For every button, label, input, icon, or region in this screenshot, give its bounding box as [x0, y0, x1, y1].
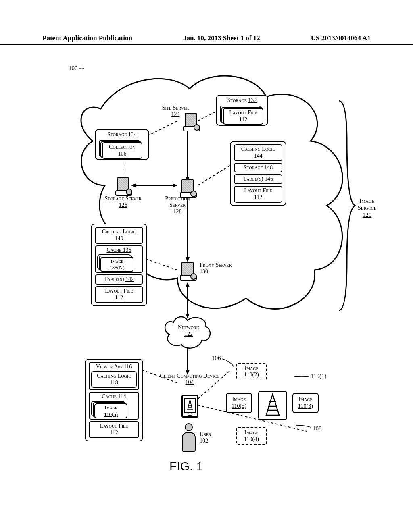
figure-1: 100 ⤑	[56, 60, 359, 504]
svg-line-18	[198, 163, 234, 185]
proxy-server-data: Caching Logic140 Cache 136 Image138(N) T…	[91, 224, 147, 306]
image-viewport	[258, 391, 287, 420]
svg-marker-5	[173, 183, 177, 187]
user-icon	[181, 423, 196, 451]
network-label: Network122	[173, 324, 204, 337]
client-device-data: Viewer App 116 Caching Logic118 Cache 11…	[85, 359, 143, 441]
client-device-label: Client Computing Device104	[159, 373, 220, 386]
svg-marker-10	[186, 282, 190, 287]
proxy-server-icon	[181, 262, 194, 279]
svg-marker-11	[186, 314, 190, 318]
ref-106: 106	[212, 355, 221, 362]
image-110-4: Image110(4)	[236, 427, 267, 445]
svg-marker-8	[186, 257, 190, 262]
user-label: User102	[200, 431, 220, 444]
header-center: Jan. 10, 2013 Sheet 1 of 12	[183, 34, 260, 42]
header-left: Patent Application Publication	[42, 34, 132, 42]
storage-server-label: Storage Server126	[99, 195, 147, 208]
proxy-server-label: Proxy Server130	[200, 262, 244, 275]
prediction-server-icon	[181, 179, 194, 196]
figure-caption: FIG. 1	[169, 459, 203, 473]
storage-134: Storage 134 Collection106	[95, 129, 149, 160]
svg-line-16	[145, 121, 177, 137]
image-service-label: Image Service120	[353, 197, 381, 218]
site-server-icon	[185, 113, 198, 130]
ref-108: 108	[313, 425, 322, 432]
image-110-5: Image110(5)	[226, 393, 252, 413]
prediction-server-label: Prediction Server128	[159, 195, 196, 215]
svg-marker-4	[131, 183, 136, 187]
ref-110-1: 110(1)	[311, 373, 326, 380]
client-device-icon	[181, 395, 198, 418]
image-110-3: Image110(3)	[292, 393, 319, 413]
svg-marker-13	[186, 339, 190, 343]
prediction-server-data: Caching Logic144 Storage 148 Table(s) 14…	[230, 141, 286, 206]
image-110-2: Image110(2)	[236, 363, 267, 380]
storage-server-icon	[117, 177, 130, 194]
ref-system: 100 ⤑	[69, 64, 84, 72]
header-right: US 2013/0014064 A1	[311, 34, 371, 42]
storage-132: Storage 132 Layout File112	[216, 95, 268, 126]
page-header: Patent Application Publication Jan. 10, …	[0, 34, 413, 45]
